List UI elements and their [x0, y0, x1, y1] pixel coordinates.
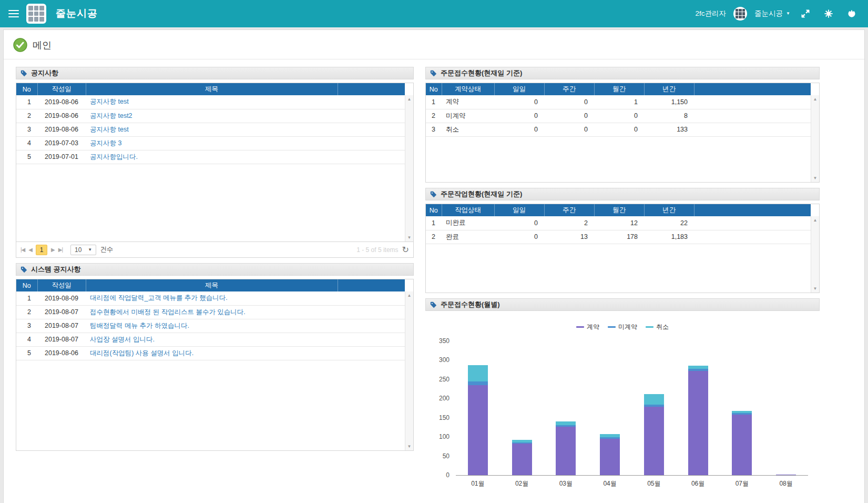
last-page-button[interactable]: ▶| — [58, 247, 63, 253]
x-tick-label: 07월 — [720, 479, 764, 488]
y-tick-label: 250 — [428, 376, 450, 383]
column-header[interactable]: No — [16, 83, 37, 95]
vertical-scrollbar[interactable]: ▲▼ — [405, 291, 413, 450]
bar-segment-계약[interactable] — [468, 385, 488, 475]
scroll-down-icon[interactable]: ▼ — [407, 444, 412, 449]
column-header[interactable]: 년간 — [644, 83, 694, 95]
notice-link[interactable]: 팀배정달력 메뉴 추가 하였습니다. — [90, 322, 189, 329]
check-circle-icon — [13, 38, 27, 52]
chevron-down-icon: ▼ — [786, 12, 790, 16]
scroll-down-icon[interactable]: ▼ — [813, 286, 818, 291]
panel-title: 시스템 공지사항 — [31, 265, 81, 274]
scroll-up-icon[interactable]: ▲ — [407, 97, 412, 102]
first-page-button[interactable]: |◀ — [21, 247, 25, 253]
admin-settings-icon[interactable] — [821, 6, 836, 22]
power-icon[interactable] — [844, 6, 860, 22]
vertical-scrollbar[interactable]: ▲▼ — [811, 95, 819, 182]
legend-item[interactable]: 미계약 — [608, 323, 637, 331]
bar-segment-미계약[interactable] — [468, 381, 488, 385]
table-row: 12019-08-09대리점에 작업달력_고객 메뉴를 추가 했습니다. — [16, 291, 405, 305]
column-header[interactable]: 계약상태 — [442, 83, 494, 95]
bar-segment-계약[interactable] — [732, 415, 752, 475]
column-header[interactable]: 일일 — [494, 204, 544, 216]
order-receipt-table: No 계약상태 일일 주간 월간 년간 1계약0011,150 2미계약0008… — [425, 83, 820, 183]
column-header[interactable]: 주간 — [544, 204, 594, 216]
stacked-bar — [688, 366, 708, 475]
notice-link[interactable]: 접수현황에서 미배정 된 작업리스트 볼수가 있습니다. — [90, 308, 246, 316]
bar-segment-계약[interactable] — [688, 371, 708, 475]
bar-segment-계약[interactable] — [556, 427, 576, 475]
panel-title: 공지사항 — [31, 68, 58, 78]
notice-link[interactable]: 공지사항 test2 — [90, 112, 132, 119]
column-header[interactable]: No — [16, 279, 37, 291]
refresh-icon[interactable]: ↻ — [402, 246, 409, 254]
notice-link[interactable]: 공지사항입니다. — [90, 153, 138, 160]
page-size-select[interactable]: 10 ▼ — [70, 245, 96, 255]
order-receipt-panel: 주문접수현황(현재일 기준) No 계약상태 일일 주간 월간 년간 — [425, 67, 820, 183]
fullscreen-icon[interactable] — [798, 6, 813, 22]
scroll-down-icon[interactable]: ▼ — [407, 235, 412, 240]
tag-icon — [430, 70, 437, 77]
table-header-row: No 작업상태 일일 주간 월간 년간 — [426, 204, 811, 216]
column-header[interactable]: No — [426, 204, 442, 216]
column-header — [338, 279, 405, 291]
column-header[interactable]: 작업상태 — [442, 204, 494, 216]
column-header[interactable]: 일일 — [494, 83, 544, 95]
column-header[interactable]: 작성일 — [37, 83, 86, 95]
app-title: 줄눈시공 — [56, 7, 98, 21]
vertical-scrollbar[interactable]: ▲▼ — [811, 216, 819, 293]
notice-link[interactable]: 공지사항 test — [90, 126, 129, 133]
notices-table: No 작성일 제목 12019-08-06공지사항 test 22019-08-… — [16, 83, 414, 242]
chart-plot: 050100150200250300350 — [456, 341, 808, 476]
x-tick-label: 02월 — [500, 479, 544, 488]
notice-link[interactable]: 공지사항 3 — [90, 139, 121, 147]
y-tick-label: 200 — [428, 395, 450, 401]
scroll-up-icon[interactable]: ▲ — [813, 218, 818, 223]
table-row: 2미계약0008 — [426, 109, 811, 123]
tag-icon — [21, 266, 27, 273]
notice-link[interactable]: 사업장 설명서 입니다. — [90, 336, 155, 343]
user-name[interactable]: 2fc관리자 — [696, 9, 727, 18]
prev-page-button[interactable]: ◀ — [28, 247, 32, 253]
column-header[interactable]: 월간 — [594, 204, 644, 216]
notices-panel-header: 공지사항 — [16, 67, 414, 79]
notice-link[interactable]: 공지사항 test — [90, 98, 129, 105]
column-header[interactable]: 주간 — [544, 83, 594, 95]
bar-segment-계약[interactable] — [644, 407, 664, 475]
legend-label: 계약 — [587, 323, 599, 331]
stacked-bar — [512, 440, 532, 475]
legend-item[interactable]: 취소 — [646, 323, 669, 331]
legend-label: 미계약 — [618, 323, 637, 331]
bar-segment-계약[interactable] — [512, 444, 532, 475]
table-row: 42019-08-07사업장 설명서 입니다. — [16, 333, 405, 346]
scroll-down-icon[interactable]: ▼ — [813, 176, 818, 180]
notice-link[interactable]: 대리점에 작업달력_고객 메뉴를 추가 했습니다. — [90, 294, 228, 301]
menu-toggle-icon[interactable] — [8, 10, 19, 17]
notice-link[interactable]: 대리점(작업팀) 사용 설명서 입니다. — [90, 349, 193, 357]
bar-segment-취소[interactable] — [644, 394, 664, 405]
scroll-up-icon[interactable]: ▲ — [813, 97, 818, 102]
chart-x-labels: 01월02월03월04월05월06월07월08월 — [456, 479, 808, 488]
column-header[interactable]: 작성일 — [37, 279, 86, 291]
bar-segment-계약[interactable] — [776, 475, 796, 475]
table-row: 22019-08-07접수현황에서 미배정 된 작업리스트 볼수가 있습니다. — [16, 305, 405, 319]
org-selector[interactable]: 줄눈시공 ▼ — [754, 9, 790, 18]
page-size-unit-label: 건수 — [100, 245, 113, 254]
bar-segment-취소[interactable] — [556, 421, 576, 425]
current-page-button[interactable]: 1 — [36, 245, 47, 255]
scroll-up-icon[interactable]: ▲ — [407, 293, 412, 298]
vertical-scrollbar[interactable]: ▲▼ — [405, 95, 413, 242]
column-header — [694, 204, 811, 216]
column-header[interactable]: 월간 — [594, 83, 644, 95]
column-header[interactable]: 년간 — [644, 204, 694, 216]
monthly-chart-panel-header: 주문접수현황(월별) — [425, 298, 820, 311]
column-header[interactable]: No — [426, 83, 442, 95]
bar-segment-계약[interactable] — [600, 439, 620, 475]
column-header[interactable]: 제목 — [86, 279, 338, 291]
bar-segment-취소[interactable] — [468, 365, 488, 381]
legend-item[interactable]: 계약 — [576, 323, 599, 331]
next-page-button[interactable]: ▶ — [51, 247, 55, 253]
stacked-bar — [468, 365, 488, 475]
bar-group — [676, 366, 720, 475]
column-header[interactable]: 제목 — [86, 83, 338, 95]
